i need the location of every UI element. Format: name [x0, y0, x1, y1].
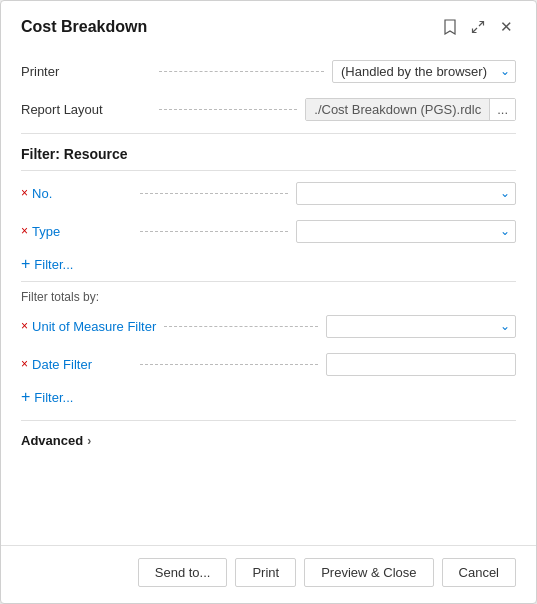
expand-icon[interactable] [468, 17, 488, 37]
filter-resource-title: Filter: Resource [21, 146, 516, 162]
printer-control: (Handled by the browser) ⌄ [332, 60, 516, 83]
close-icon[interactable]: ✕ [496, 17, 516, 37]
dialog-title: Cost Breakdown [21, 18, 147, 36]
advanced-section[interactable]: Advanced › [21, 420, 516, 448]
report-layout-input-group: ./Cost Breakdown (PGS).rdlc ... [305, 98, 516, 121]
bookmark-icon[interactable] [440, 17, 460, 37]
divider-1 [21, 133, 516, 134]
report-layout-label: Report Layout [21, 102, 151, 117]
print-button[interactable]: Print [235, 558, 296, 587]
no-filter-select-wrapper: ⌄ [296, 182, 516, 205]
no-filter-select[interactable] [296, 182, 516, 205]
printer-select-wrapper: (Handled by the browser) ⌄ [332, 60, 516, 83]
unit-filter-select-wrapper: ⌄ [326, 315, 516, 338]
unit-filter-remove-icon[interactable]: × [21, 319, 28, 333]
dialog-header: Cost Breakdown ✕ [1, 1, 536, 49]
printer-row: Printer (Handled by the browser) ⌄ [21, 57, 516, 85]
filter-totals-label: Filter totals by: [21, 290, 516, 304]
unit-filter-dots [164, 326, 318, 327]
cancel-button[interactable]: Cancel [442, 558, 516, 587]
add-totals-filter-plus-icon: + [21, 388, 30, 406]
type-filter-remove-icon[interactable]: × [21, 224, 28, 238]
no-filter-row: × No. ⌄ [21, 179, 516, 207]
unit-of-measure-filter-row: × Unit of Measure Filter ⌄ [21, 312, 516, 340]
type-filter-dots [140, 231, 288, 232]
dialog-body: Printer (Handled by the browser) ⌄ Repor… [1, 49, 536, 545]
cost-breakdown-dialog: Cost Breakdown ✕ Printer [0, 0, 537, 604]
no-filter-label: No. [32, 186, 132, 201]
header-icons: ✕ [440, 17, 516, 37]
unit-filter-select[interactable] [326, 315, 516, 338]
date-filter-label: Date Filter [32, 357, 132, 372]
advanced-chevron-icon: › [87, 434, 91, 448]
report-layout-control: ./Cost Breakdown (PGS).rdlc ... [305, 98, 516, 121]
report-layout-dots [159, 109, 297, 110]
date-filter-dots [140, 364, 318, 365]
send-to-button[interactable]: Send to... [138, 558, 228, 587]
unit-filter-label: Unit of Measure Filter [32, 319, 156, 334]
type-filter-row: × Type ⌄ [21, 217, 516, 245]
date-filter-input[interactable] [326, 353, 516, 376]
add-totals-filter-button[interactable]: + Filter... [21, 388, 516, 406]
no-filter-dots [140, 193, 288, 194]
add-totals-filter-label: Filter... [34, 390, 73, 405]
type-filter-label: Type [32, 224, 132, 239]
report-layout-row: Report Layout ./Cost Breakdown (PGS).rdl… [21, 95, 516, 123]
date-filter-row: × Date Filter [21, 350, 516, 378]
divider-3 [21, 281, 516, 282]
no-filter-remove-icon[interactable]: × [21, 186, 28, 200]
add-resource-filter-plus-icon: + [21, 255, 30, 273]
report-layout-ellipsis-button[interactable]: ... [489, 99, 515, 120]
report-layout-value: ./Cost Breakdown (PGS).rdlc [306, 99, 489, 120]
printer-dots [159, 71, 324, 72]
add-resource-filter-label: Filter... [34, 257, 73, 272]
printer-label: Printer [21, 64, 151, 79]
divider-2 [21, 170, 516, 171]
printer-select[interactable]: (Handled by the browser) [332, 60, 516, 83]
date-filter-remove-icon[interactable]: × [21, 357, 28, 371]
add-resource-filter-button[interactable]: + Filter... [21, 255, 516, 273]
dialog-footer: Send to... Print Preview & Close Cancel [1, 545, 536, 603]
type-filter-select-wrapper: ⌄ [296, 220, 516, 243]
advanced-label: Advanced [21, 433, 83, 448]
preview-close-button[interactable]: Preview & Close [304, 558, 433, 587]
type-filter-select[interactable] [296, 220, 516, 243]
